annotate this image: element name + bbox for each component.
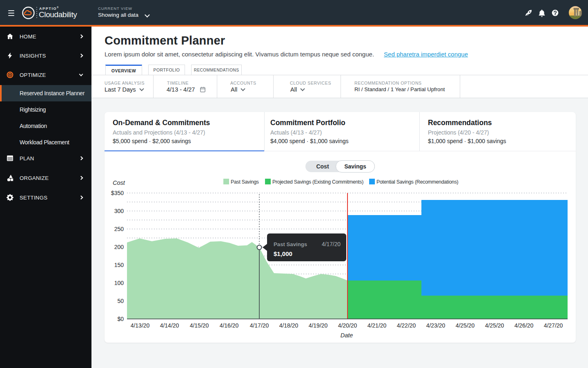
svg-text:4/25/20: 4/25/20 [456,322,475,329]
svg-text:100: 100 [114,280,124,286]
svg-text:4/23/20: 4/23/20 [426,322,445,329]
svg-text:300: 300 [114,208,124,214]
svg-text:4/18/20: 4/18/20 [279,322,298,329]
svg-text:4/15/20: 4/15/20 [190,322,209,329]
svg-text:150: 150 [114,262,124,268]
svg-text:4/13/20: 4/13/20 [131,322,150,329]
svg-text:Projected Savings (Existing Co: Projected Savings (Existing Commitments) [272,179,363,185]
svg-text:Past Savings: Past Savings [274,241,307,247]
svg-text:200: 200 [114,244,124,250]
svg-text:4/17/20: 4/17/20 [322,241,341,247]
svg-text:Date: Date [341,332,353,339]
svg-text:$0: $0 [117,316,124,322]
svg-text:4/26/20: 4/26/20 [514,322,534,329]
svg-text:4/20/20: 4/20/20 [338,322,357,329]
svg-text:4/19/20: 4/19/20 [309,322,328,329]
svg-text:$350: $350 [111,190,124,196]
svg-text:4/25/20: 4/25/20 [485,322,504,329]
svg-text:4/14/20: 4/14/20 [160,322,179,329]
svg-text:$1,000: $1,000 [274,250,292,257]
svg-text:Potential Savings (Recommendat: Potential Savings (Recommendations) [376,179,459,185]
svg-text:4/22/20: 4/22/20 [397,322,416,329]
svg-text:4/21/20: 4/21/20 [368,322,387,329]
svg-text:4/16/20: 4/16/20 [220,322,239,329]
svg-text:4/17/20: 4/17/20 [250,322,269,329]
svg-text:Cost: Cost [113,180,125,186]
svg-text:250: 250 [114,226,124,232]
svg-text:50: 50 [117,298,124,304]
svg-text:4/27/20: 4/27/20 [544,322,563,329]
svg-text:Past Savings: Past Savings [231,179,259,185]
